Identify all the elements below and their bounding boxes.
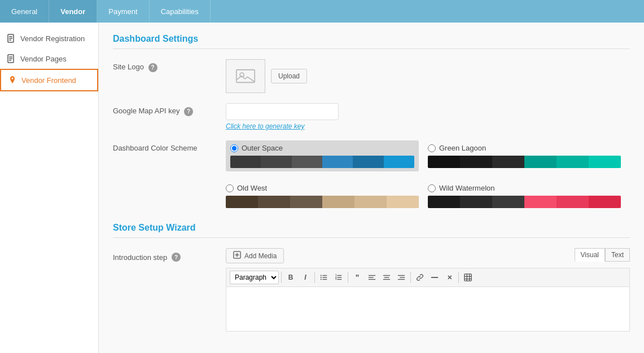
google-map-label: Google Map API key bbox=[113, 107, 180, 115]
align-right-button[interactable] bbox=[395, 271, 408, 284]
intro-step-help-icon[interactable]: ? bbox=[172, 253, 181, 262]
tab-general[interactable]: General bbox=[0, 0, 49, 23]
color-scheme-row: Dashboard Color Scheme Outer Space bbox=[113, 140, 630, 211]
intro-step-row: Introduction step ? bbox=[113, 248, 630, 332]
editor-toolbar: Paragraph Heading 1 Heading 2 Heading 3 … bbox=[226, 268, 630, 286]
pin-icon bbox=[8, 76, 17, 85]
tab-vendor[interactable]: Vendor bbox=[49, 0, 97, 23]
sidebar-item-label-3: Vendor Frontend bbox=[21, 76, 76, 85]
logo-placeholder bbox=[226, 59, 265, 93]
remove-format-button[interactable]: ✕ bbox=[443, 271, 456, 284]
google-map-row: Google Map API key ? Click here to gener… bbox=[113, 103, 630, 130]
color-scheme-label: Dashboard Color Scheme bbox=[113, 144, 198, 152]
ul-button[interactable] bbox=[317, 271, 331, 284]
ol-button[interactable]: 123 bbox=[332, 271, 345, 284]
sidebar-item-vendor-pages[interactable]: Vendor Pages bbox=[0, 48, 98, 69]
visual-text-tabs: Visual Text bbox=[575, 248, 630, 262]
outer-space-label: Outer Space bbox=[242, 144, 283, 152]
link-button[interactable] bbox=[413, 271, 427, 284]
color-scheme-wild-watermelon[interactable]: Wild Watermelon bbox=[428, 180, 621, 211]
site-logo-row: Site Logo ? Upload bbox=[113, 59, 630, 93]
document-icon-2 bbox=[7, 54, 16, 63]
google-map-help-icon[interactable]: ? bbox=[184, 107, 193, 116]
upload-button[interactable]: Upload bbox=[271, 69, 307, 83]
wild-watermelon-radio[interactable] bbox=[428, 184, 436, 192]
svg-point-16 bbox=[321, 275, 322, 276]
sidebar-item-label: Vendor Registration bbox=[20, 34, 85, 43]
sidebar-item-vendor-frontend[interactable]: Vendor Frontend bbox=[0, 69, 98, 91]
svg-rect-35 bbox=[465, 274, 471, 281]
google-map-control: Click here to generate key bbox=[226, 103, 630, 130]
toolbar-divider-2 bbox=[314, 272, 315, 283]
old-west-label: Old West bbox=[237, 184, 267, 192]
generate-key-link[interactable]: Click here to generate key bbox=[226, 122, 630, 130]
sidebar-item-label-2: Vendor Pages bbox=[20, 55, 67, 63]
text-tab[interactable]: Text bbox=[605, 248, 630, 262]
color-scheme-green-lagoon[interactable]: Green Lagoon bbox=[428, 140, 621, 171]
tab-capabilities[interactable]: Capabilities bbox=[150, 0, 211, 23]
outer-space-radio[interactable] bbox=[230, 144, 238, 152]
toolbar-divider-1 bbox=[281, 272, 282, 283]
google-map-input[interactable] bbox=[226, 103, 339, 120]
add-media-icon bbox=[233, 251, 241, 261]
app-root: General Vendor Payment Capabilities Vend… bbox=[0, 0, 644, 353]
color-scheme-old-west[interactable]: Old West bbox=[226, 180, 419, 211]
sidebar: Vendor Registration Vendor Pages bbox=[0, 23, 99, 353]
editor-area[interactable] bbox=[226, 286, 630, 332]
intro-step-control: Add Media Visual Text Paragraph Head bbox=[226, 248, 630, 332]
table-button[interactable] bbox=[461, 271, 475, 284]
add-media-button[interactable]: Add Media bbox=[226, 248, 284, 263]
svg-point-17 bbox=[321, 277, 322, 278]
top-tab-bar: General Vendor Payment Capabilities bbox=[0, 0, 644, 23]
store-setup-title: Store Setup Wizard bbox=[113, 223, 630, 238]
toolbar-divider-3 bbox=[348, 272, 348, 283]
italic-button[interactable]: I bbox=[299, 271, 312, 284]
color-scheme-control: Outer Space bbox=[226, 140, 630, 211]
site-logo-control: Upload bbox=[226, 59, 630, 93]
color-scheme-outer-space[interactable]: Outer Space bbox=[226, 140, 419, 171]
dashboard-settings-section: Dashboard Settings Site Logo ? bbox=[113, 34, 630, 211]
visual-tab[interactable]: Visual bbox=[575, 248, 605, 262]
paragraph-select[interactable]: Paragraph Heading 1 Heading 2 Heading 3 bbox=[230, 271, 279, 284]
svg-text:3: 3 bbox=[335, 277, 337, 280]
store-setup-section: Store Setup Wizard Introduction step ? bbox=[113, 223, 630, 332]
intro-step-label: Introduction step bbox=[113, 253, 167, 262]
blockquote-button[interactable]: " bbox=[351, 271, 364, 284]
toolbar-divider-5 bbox=[458, 272, 459, 283]
add-media-label: Add Media bbox=[244, 252, 277, 260]
tab-payment[interactable]: Payment bbox=[97, 0, 149, 23]
bold-button[interactable]: B bbox=[284, 271, 297, 284]
green-lagoon-radio[interactable] bbox=[428, 144, 436, 152]
site-logo-label: Site Logo bbox=[113, 63, 144, 71]
horizontal-rule-button[interactable] bbox=[428, 271, 441, 284]
old-west-radio[interactable] bbox=[226, 184, 234, 192]
wild-watermelon-label: Wild Watermelon bbox=[439, 184, 494, 192]
site-logo-help-icon[interactable]: ? bbox=[148, 63, 157, 72]
sidebar-item-vendor-registration[interactable]: Vendor Registration bbox=[0, 28, 98, 48]
main-content: Dashboard Settings Site Logo ? bbox=[99, 23, 644, 353]
dashboard-settings-title: Dashboard Settings bbox=[113, 34, 630, 49]
svg-point-18 bbox=[321, 279, 322, 280]
align-left-button[interactable] bbox=[365, 271, 379, 284]
toolbar-divider-4 bbox=[410, 272, 411, 283]
green-lagoon-label: Green Lagoon bbox=[439, 144, 486, 152]
document-icon bbox=[7, 34, 16, 43]
align-center-button[interactable] bbox=[380, 271, 393, 284]
